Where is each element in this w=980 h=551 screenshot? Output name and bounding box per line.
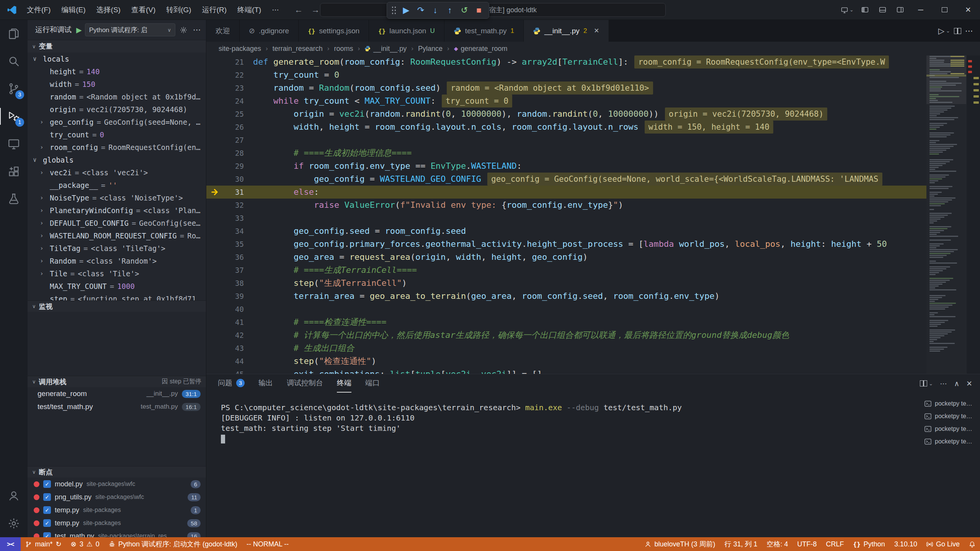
maximize-panel-icon[interactable]: ∧ <box>954 379 959 388</box>
breadcrumb-Pylance[interactable]: Pylance <box>418 45 443 53</box>
variable-row-PlanetaryWindConfig[interactable]: ›PlanetaryWindConfig=<class 'Planeta… <box>28 204 206 217</box>
toggle-sidebar-icon[interactable] <box>856 0 874 20</box>
code-line-42[interactable]: 42 # 计算每一个出口的中心，然后使用astar生成路径，确保每一个出口组合都… <box>206 329 926 342</box>
toggle-panel-icon[interactable] <box>874 0 891 20</box>
menu-item-选择(S)[interactable]: 选择(S) <box>91 0 126 20</box>
code-line-21[interactable]: 21def generate_room(room_config: RoomReq… <box>206 55 926 68</box>
variable-row-room_config[interactable]: ›room_config=RoomRequestConfig(env_t… <box>28 141 206 153</box>
menu-item-⋯[interactable]: ⋯ <box>266 0 284 20</box>
variable-row-Random[interactable]: ›Random=<class 'Random'> <box>28 254 206 267</box>
breadcrumb-generate_room[interactable]: ◆generate_room <box>454 45 508 53</box>
menu-item-运行(R)[interactable]: 运行(R) <box>197 0 232 20</box>
status-git-blame[interactable]: blueloveTH (3 周前) <box>640 537 720 551</box>
variable-row-random[interactable]: random=<Random object at 0x1bf9d01e… <box>28 90 206 103</box>
step-out-icon[interactable]: ↑ <box>443 3 457 17</box>
step-into-icon[interactable]: ↓ <box>428 3 442 17</box>
variable-row-Tile[interactable]: ›Tile=<class 'Tile'> <box>28 267 206 280</box>
code-line-22[interactable]: 22 try_count = 0 <box>206 68 926 82</box>
breakpoint-row-model.py[interactable]: ✓model.pysite-packages\wfc6 <box>28 478 206 491</box>
maximize-button[interactable] <box>933 0 956 20</box>
close-button[interactable]: ✕ <box>956 0 980 20</box>
breakpoint-checkbox[interactable]: ✓ <box>43 519 51 527</box>
close-panel-icon[interactable]: ✕ <box>966 379 972 388</box>
variable-row-try_count[interactable]: try_count=0 <box>28 128 206 141</box>
status-indentation[interactable]: 空格: 4 <box>762 537 793 551</box>
callstack-frame-test/test_math.py[interactable]: test/test_math.pytest_math.py16:1 <box>28 400 206 413</box>
breadcrumb-terrain_research[interactable]: terrain_research <box>273 45 323 53</box>
tab-__init__.py[interactable]: __init__.py2✕ <box>524 20 609 42</box>
code-line-43[interactable]: 43 # 生成出口组合 <box>206 342 926 355</box>
tab-launch.json[interactable]: {}launch.jsonU <box>369 20 444 42</box>
panel-tab-端口[interactable]: 端口 <box>365 374 380 393</box>
breakpoint-row-temp.py[interactable]: ✓temp.pysite-packages58 <box>28 517 206 530</box>
variable-row-WASTELAND_ROOM_REQUEST_CONFIG[interactable]: ›WASTELAND_ROOM_REQUEST_CONFIG=RoomR… <box>28 229 206 242</box>
breadcrumb-rooms[interactable]: rooms <box>334 45 353 53</box>
code-line-40[interactable]: 40 <box>206 303 926 316</box>
terminal-list-item[interactable]: pocketpy te… <box>924 397 977 410</box>
terminal-list-item[interactable]: pocketpy te… <box>924 410 977 422</box>
variable-row-width[interactable]: width=150 <box>28 78 206 90</box>
code-line-36[interactable]: 36 geo_area = request_area(origin, width… <box>206 251 926 264</box>
stop-icon[interactable]: ■ <box>472 3 486 17</box>
variable-row-geo_config[interactable]: ›geo_config=GeoConfig(seed=None, wor… <box>28 116 206 128</box>
code-line-33[interactable]: 33 <box>206 212 926 225</box>
code-line-32[interactable]: 32 raise ValueError(f"Invalid env type: … <box>206 199 926 212</box>
panel-tab-终端[interactable]: 终端 <box>337 374 351 393</box>
variable-row-globals[interactable]: ∨globals <box>28 153 206 166</box>
variable-row-locals[interactable]: ∨locals <box>28 52 206 65</box>
activity-extensions-icon[interactable] <box>0 158 28 185</box>
remote-window-icon[interactable]: ⌄ <box>838 0 856 20</box>
debug-config-dropdown[interactable]: Python 调试程序: 启 ∨ <box>85 23 175 36</box>
callstack-frame-generate_room[interactable]: generate_room__init__.py31:1 <box>28 387 206 400</box>
activity-explorer-icon[interactable] <box>0 20 28 47</box>
terminal-list-item[interactable]: pocketpy te… <box>924 422 977 435</box>
panel-tab-输出[interactable]: 输出 <box>258 374 273 393</box>
split-editor-icon[interactable] <box>954 28 961 34</box>
callstack-section-header[interactable]: ∨ 调用堆栈 因 step 已暂停 <box>28 376 206 387</box>
variable-row-origin[interactable]: origin=vec2i(7205730, 9024468) <box>28 103 206 116</box>
activity-search-icon[interactable] <box>0 47 28 75</box>
code-line-38[interactable]: 38 step("生成TerrainCell") <box>206 277 926 290</box>
status-notifications[interactable] <box>964 537 980 551</box>
activity-testing-icon[interactable] <box>0 185 28 213</box>
variable-row-NoiseType[interactable]: ›NoiseType=<class 'NoiseType'> <box>28 191 206 204</box>
code-line-35[interactable]: 35 geo_config.primary_forces.geothermal_… <box>206 238 926 251</box>
breakpoints-section-header[interactable]: ∨ 断点 <box>28 466 206 478</box>
breadcrumb-__init__.py[interactable]: __init__.py <box>364 45 407 53</box>
status-branch[interactable]: main*↻ <box>21 537 66 551</box>
continue-icon[interactable]: ▶ <box>399 3 413 17</box>
breakpoint-checkbox[interactable]: ✓ <box>43 493 51 501</box>
code-line-23[interactable]: 23 random = Random(room_config.seed)rand… <box>206 82 926 95</box>
run-python-file-button[interactable]: ▷⌄ <box>938 26 950 36</box>
activity-settings-gear-icon[interactable] <box>0 510 28 537</box>
variable-row-MAX_TRY_COUNT[interactable]: MAX_TRY_COUNT=1000 <box>28 280 206 292</box>
status-go-live[interactable]: Go Live <box>922 537 964 551</box>
menu-item-终端(T)[interactable]: 终端(T) <box>232 0 266 20</box>
status-eol[interactable]: CRLF <box>822 537 849 551</box>
status-language[interactable]: {}Python <box>849 537 890 551</box>
code-line-24[interactable]: 24 while try_count < MAX_TRY_COUNT:try_c… <box>206 95 926 108</box>
step-over-icon[interactable]: ↷ <box>414 3 428 17</box>
code-line-45[interactable]: 45 exit_combinations: list[tuple[vec2i, … <box>206 368 926 374</box>
minimap-viewport[interactable] <box>926 55 966 104</box>
code-line-30[interactable]: 30 geo_config = WASTELAND_GEO_CONFIGgeo_… <box>206 173 926 186</box>
activity-source-control-icon[interactable]: 3 <box>0 75 28 103</box>
variable-row-height[interactable]: height=140 <box>28 65 206 78</box>
tab-settings.json[interactable]: {}settings.json <box>299 20 369 42</box>
code-line-39[interactable]: 39 terrain_area = geo_area_to_terrain(ge… <box>206 290 926 303</box>
status-encoding[interactable]: UTF-8 <box>793 537 822 551</box>
back-arrow-icon[interactable]: ← <box>294 5 303 15</box>
split-terminal-icon[interactable]: ⌄ <box>920 380 933 386</box>
variables-section-header[interactable]: ∨ 变量 <box>28 40 206 52</box>
activity-accounts-icon[interactable] <box>0 482 28 510</box>
debug-start-icon[interactable]: ▶ <box>76 26 82 34</box>
minimap[interactable] <box>926 55 966 374</box>
more-actions-icon[interactable]: ⋯ <box>192 25 202 34</box>
variable-row-step[interactable]: step=<function step at 0x1bf8d716d… <box>28 292 206 300</box>
code-line-28[interactable]: 28 # ====生成初始地理信息==== <box>206 147 926 160</box>
code-line-44[interactable]: 44 step("检查连通性") <box>206 355 926 368</box>
more-actions-icon[interactable]: ⋯ <box>940 379 947 388</box>
status-remote[interactable]: >< <box>0 537 21 551</box>
breakpoint-row-temp.py[interactable]: ✓temp.pysite-packages1 <box>28 504 206 517</box>
variable-row-TileTag[interactable]: ›TileTag=<class 'TileTag'> <box>28 242 206 254</box>
